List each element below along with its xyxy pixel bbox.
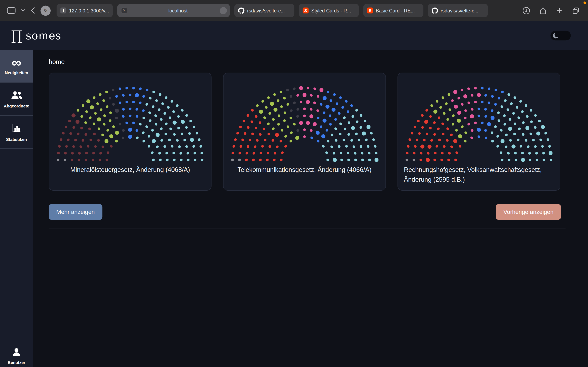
close-favicon: ✕ [121,8,127,13]
tab-label: Basic Card · RE... [376,8,415,13]
brand-name: somes [26,29,61,42]
tab-overview-icon[interactable] [572,7,580,15]
infinity-icon: ∞ [12,57,21,68]
divider [49,228,566,229]
chevron-down-icon[interactable] [21,9,25,12]
sidebar-toggle-icon[interactable] [7,7,16,14]
main-content: home Mineralölsteuergesetz, Änderung (40… [33,50,588,367]
sidebar-item-statistiken[interactable]: Statistiken [0,116,33,149]
browser-tab[interactable]: 1127.0.0.1:3000/v... [57,4,113,17]
sidebar: ∞ Neuigkeiten Abgeordnete [0,50,33,367]
sidebar-item-abgeordnete[interactable]: Abgeordnete [0,83,33,116]
github-favicon [432,7,438,14]
tab-options-icon[interactable]: ⋯ [220,7,227,14]
app-header: ∏ somes [0,21,588,50]
card-title: Mineralölsteuergesetz, Änderung (4068/A) [49,164,211,181]
vote-cards-row: Mineralölsteuergesetz, Änderung (4068/A)… [49,73,566,191]
browser-tab-active[interactable]: ✕localhost⋯ [117,4,230,17]
parliament-seat-chart [226,77,383,164]
sidebar-item-neuigkeiten[interactable]: ∞ Neuigkeiten [0,50,33,83]
new-tab-icon[interactable] [556,7,563,14]
extension-compose-icon[interactable]: ✎ [40,6,51,16]
show-more-button[interactable]: Mehr anzeigen [49,204,102,220]
numbered-favicon: 1 [61,8,66,13]
browser-tab[interactable]: rsdavis/svelte-c... [428,4,488,17]
back-icon[interactable] [30,7,35,14]
card-title: Rechnungshofgesetz, Volksanwaltschaftsge… [398,164,560,190]
bar-chart-icon [11,123,22,135]
tab-label: 127.0.0.1:3000/v... [69,8,109,13]
brand-logo: ∏ somes [11,29,61,42]
sidebar-item-label: Statistiken [6,137,27,141]
recording-indicator-dot [584,1,586,4]
downloads-icon[interactable] [522,7,530,15]
vote-card[interactable]: Mineralölsteuergesetz, Änderung (4068/A) [49,73,212,191]
vote-card[interactable]: Rechnungshofgesetz, Volksanwaltschaftsge… [398,73,560,191]
app-root: ✎ 1127.0.0.1:3000/v...✕localhost⋯rsdavis… [0,0,588,367]
vote-card[interactable]: Telekommunikationsgesetz, Änderung (4066… [223,73,386,191]
brand-pillars-icon: ∏ [11,29,22,42]
sidebar-item-label: Neuigkeiten [5,70,28,75]
person-icon [11,347,22,359]
sidebar-item-benutzer[interactable]: Benutzer [0,347,33,365]
tab-label: rsdavis/svelte-c... [247,8,285,13]
browser-tab[interactable]: SBasic Card · RE... [363,4,424,17]
svelte-favicon: S [303,8,309,13]
tab-label: rsdavis/svelte-c... [441,8,478,13]
svelte-favicon: S [367,8,373,13]
browser-tab[interactable]: rsdavis/svelte-c... [234,4,294,17]
sidebar-item-label: Benutzer [8,360,25,365]
browser-tab[interactable]: SStyled Cards · R... [299,4,359,17]
parliament-seat-chart [400,77,558,164]
card-title: Telekommunikationsgesetz, Änderung (4066… [224,164,385,181]
moon-icon [552,32,560,39]
dark-mode-toggle[interactable] [550,31,571,40]
people-icon [10,90,23,101]
tab-label: localhost [130,8,226,13]
show-previous-button[interactable]: Vorherige anzeigen [496,204,561,220]
breadcrumb: home [49,58,566,66]
share-icon[interactable] [539,7,547,15]
browser-chrome: ✎ 1127.0.0.1:3000/v...✕localhost⋯rsdavis… [0,0,588,21]
parliament-seat-chart [52,77,209,164]
sidebar-item-label: Abgeordnete [4,104,29,108]
tab-strip: 1127.0.0.1:3000/v...✕localhost⋯rsdavis/s… [57,4,488,17]
actions-row: Mehr anzeigen Vorherige anzeigen [49,204,561,220]
tab-label: Styled Cards · R... [311,8,351,13]
github-favicon [238,7,244,14]
